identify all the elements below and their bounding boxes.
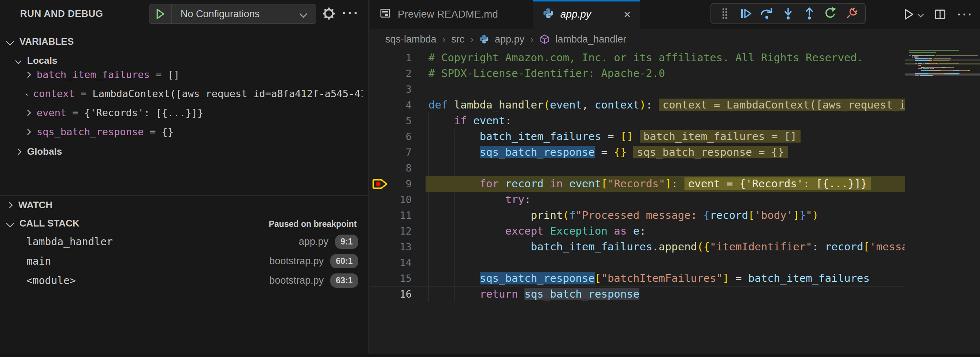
code-text: for record in event["Records"]:event = {… bbox=[426, 176, 905, 192]
minimap[interactable] bbox=[905, 50, 980, 97]
markdown-preview-icon bbox=[379, 7, 391, 22]
code-line-4[interactable]: 4def lambda_handler(event, context):cont… bbox=[370, 97, 905, 113]
breakpoint-gutter[interactable] bbox=[370, 65, 391, 81]
start-debugging-icon[interactable] bbox=[150, 5, 172, 24]
variable-row[interactable]: context = LambdaContext([aws_request_id=… bbox=[25, 88, 363, 99]
watch-section-header[interactable]: WATCH bbox=[7, 199, 52, 211]
code-line-2[interactable]: 2# SPDX-License-Identifier: Apache-2.0 bbox=[370, 65, 905, 81]
stack-frame[interactable]: main bootstrap.py 60:1 bbox=[26, 252, 358, 271]
more-actions-icon[interactable]: ··· bbox=[957, 8, 974, 20]
code-text: batch_item_failures = []batch_item_failu… bbox=[426, 129, 905, 144]
breakpoint-gutter[interactable] bbox=[370, 81, 391, 97]
code-line-6[interactable]: 6 batch_item_failures = []batch_item_fai… bbox=[370, 129, 905, 144]
breakpoint-gutter[interactable] bbox=[370, 239, 391, 255]
breakpoint-gutter[interactable] bbox=[370, 129, 391, 144]
breakpoint-current-line-icon[interactable] bbox=[370, 176, 391, 192]
code-line-8[interactable]: 8 bbox=[370, 160, 905, 176]
code-line-3[interactable]: 3 bbox=[370, 81, 905, 97]
step-into-icon[interactable] bbox=[779, 5, 797, 22]
breakpoint-gutter[interactable] bbox=[370, 271, 391, 286]
section-divider bbox=[0, 214, 369, 214]
chevron-down-icon bbox=[15, 57, 22, 64]
inline-debug-value: batch_item_failures = [] bbox=[640, 130, 800, 143]
breakpoint-gutter[interactable] bbox=[370, 207, 391, 223]
code-text: batch_item_failures.append({"itemIdentif… bbox=[426, 239, 905, 255]
line-number: 8 bbox=[391, 160, 412, 176]
line-number: 11 bbox=[391, 207, 412, 223]
tab-app-py[interactable]: app.py × bbox=[533, 0, 640, 29]
code-line-12[interactable]: 12 except Exception as e: bbox=[370, 223, 905, 239]
line-number: 9 bbox=[391, 176, 412, 192]
variable-row[interactable]: sqs_batch_response = {} bbox=[25, 126, 363, 137]
breakpoint-gutter[interactable] bbox=[370, 286, 391, 302]
stack-frame[interactable]: <module> bootstrap.py 63:1 bbox=[26, 271, 358, 290]
code-line-16[interactable]: 16 return sqs_batch_response bbox=[370, 286, 905, 302]
python-icon bbox=[479, 35, 489, 44]
code-line-7[interactable]: 7 sqs_batch_response = {}sqs_batch_respo… bbox=[370, 144, 905, 160]
breakpoint-gutter[interactable] bbox=[370, 144, 391, 160]
chevron-right-icon bbox=[25, 129, 31, 135]
breakpoint-gutter[interactable] bbox=[370, 160, 391, 176]
run-python-file-button[interactable] bbox=[902, 8, 923, 21]
breadcrumb-item[interactable]: src bbox=[451, 34, 465, 45]
code-text: sqs_batch_response["batchItemFailures"] … bbox=[426, 271, 905, 286]
breakpoint-gutter[interactable] bbox=[370, 192, 391, 207]
code-text: # Copyright Amazon.com, Inc. or its affi… bbox=[426, 50, 905, 65]
breadcrumb-item[interactable]: lambda_handler bbox=[555, 34, 627, 45]
code-line-11[interactable]: 11 print(f"Processed message: {record['b… bbox=[370, 207, 905, 223]
code-line-9[interactable]: 9 for record in event["Records"]:event =… bbox=[370, 176, 905, 192]
disconnect-icon[interactable] bbox=[843, 5, 860, 22]
breakpoint-gutter[interactable] bbox=[370, 50, 391, 65]
tab-preview-readme[interactable]: Preview README.md bbox=[370, 0, 533, 29]
close-icon[interactable]: × bbox=[624, 8, 631, 21]
variables-section-header[interactable]: VARIABLES bbox=[7, 36, 73, 47]
code-line-10[interactable]: 10 try: bbox=[370, 192, 905, 207]
code-text: def lambda_handler(event, context):conte… bbox=[426, 97, 905, 113]
continue-icon[interactable] bbox=[737, 5, 755, 22]
inline-debug-value: sqs_batch_response = {} bbox=[633, 146, 788, 158]
code-text: sqs_batch_response = {}sqs_batch_respons… bbox=[426, 144, 905, 160]
debug-config-dropdown[interactable]: No Configurations bbox=[149, 4, 316, 24]
locals-group[interactable]: Locals bbox=[16, 55, 57, 66]
line-number: 12 bbox=[391, 223, 412, 239]
vscode-window: RUN AND DEBUG No Configurations bbox=[0, 0, 980, 357]
breakpoint-gutter[interactable] bbox=[370, 223, 391, 239]
chevron-down-icon[interactable] bbox=[918, 11, 924, 18]
call-stack-section-header[interactable]: CALL STACK bbox=[7, 218, 80, 229]
views-more-actions-icon[interactable]: ··· bbox=[342, 6, 360, 20]
variable-row[interactable]: batch_item_failures = [] bbox=[25, 69, 363, 80]
code-line-13[interactable]: 13 batch_item_failures.append({"itemIden… bbox=[370, 239, 905, 255]
code-line-15[interactable]: 15 sqs_batch_response["batchItemFailures… bbox=[370, 271, 905, 286]
gear-icon[interactable] bbox=[321, 6, 336, 22]
restart-icon[interactable] bbox=[821, 5, 839, 22]
drag-handle-icon[interactable] bbox=[716, 5, 733, 22]
chevron-right-icon bbox=[25, 110, 31, 116]
globals-group[interactable]: Globals bbox=[16, 146, 62, 157]
step-out-icon[interactable] bbox=[800, 5, 818, 22]
config-dropdown-label: No Configurations bbox=[181, 8, 260, 20]
breakpoint-gutter[interactable] bbox=[370, 97, 391, 113]
code-editor[interactable]: 1# Copyright Amazon.com, Inc. or its aff… bbox=[370, 50, 905, 306]
breadcrumb-item[interactable]: sqs-lambda bbox=[385, 34, 436, 45]
line-number: 1 bbox=[391, 50, 412, 65]
inline-debug-value: event = {'Records': [{...}]} bbox=[684, 177, 871, 190]
symbol-method-icon bbox=[539, 34, 550, 45]
breakpoint-gutter[interactable] bbox=[370, 113, 391, 129]
code-text: print(f"Processed message: {record['body… bbox=[426, 207, 905, 223]
breadcrumb-item[interactable]: app.py bbox=[495, 34, 524, 45]
paused-status-badge: Paused on breakpoint bbox=[269, 219, 357, 229]
line-number: 16 bbox=[391, 286, 412, 302]
variable-row[interactable]: event = {'Records': [{...}]} bbox=[25, 107, 363, 118]
breakpoint-gutter[interactable] bbox=[370, 255, 391, 271]
sidebar-title: RUN AND DEBUG bbox=[20, 8, 103, 19]
code-line-5[interactable]: 5 if event: bbox=[370, 113, 905, 129]
stack-frame[interactable]: lambda_handler app.py 9:1 bbox=[26, 232, 358, 251]
chevron-right-icon bbox=[25, 72, 31, 78]
chevron-right-icon bbox=[25, 92, 28, 96]
code-line-1[interactable]: 1# Copyright Amazon.com, Inc. or its aff… bbox=[370, 50, 905, 65]
code-text: return sqs_batch_response bbox=[426, 286, 905, 302]
code-line-14[interactable]: 14 bbox=[370, 255, 905, 271]
split-editor-icon[interactable] bbox=[934, 8, 946, 21]
breadcrumb: sqs-lambda › src › app.py › lambda_handl… bbox=[385, 29, 626, 50]
step-over-icon[interactable] bbox=[758, 5, 776, 22]
